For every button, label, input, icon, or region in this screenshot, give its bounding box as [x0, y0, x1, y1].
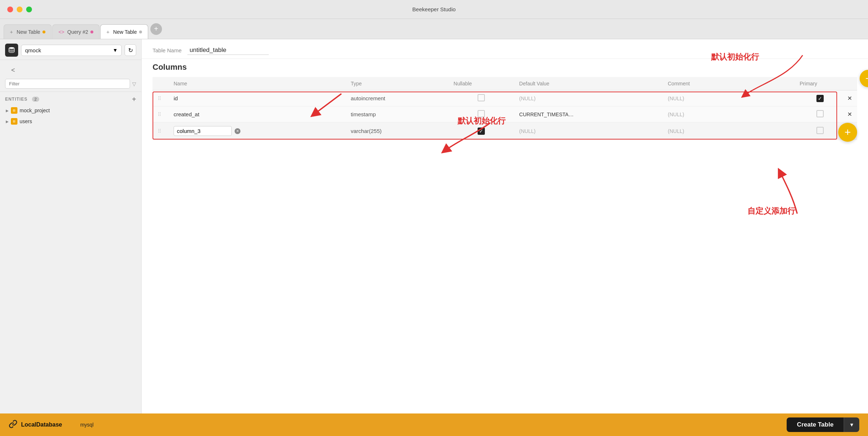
col-name-cell-3: ✕	[169, 122, 346, 140]
tab-plus-icon-1: +	[10, 29, 13, 35]
query-icon: <>	[58, 29, 64, 35]
tab-new-table-1[interactable]: + New Table	[4, 24, 52, 39]
drag-handle-2[interactable]: ⠿	[158, 112, 161, 117]
sidebar-item-users[interactable]: ▶ ⊞ users	[3, 116, 138, 127]
col-default-3: (NULL)	[519, 128, 536, 134]
th-default: Default Value	[514, 77, 663, 90]
tab-new-table-2[interactable]: + New Table	[100, 24, 148, 39]
col-type-3: varchar(255)	[351, 128, 382, 134]
col-nullable-cell-3: ✓	[449, 122, 514, 140]
db-selector[interactable]: qmock ▼	[21, 45, 122, 56]
col-delete-cell-1: ✕	[839, 90, 857, 106]
delete-row-1[interactable]: ✕	[847, 95, 852, 101]
th-primary: Primary	[737, 77, 839, 90]
add-tab-button[interactable]: +	[150, 23, 162, 35]
table-row: ⠿ id autoincrement	[153, 90, 857, 106]
table-row: ⠿ ✕ varchar(255)	[153, 122, 857, 140]
col-name-input-3[interactable]	[174, 126, 232, 136]
filter-input[interactable]	[5, 79, 130, 89]
drag-handle-1[interactable]: ⠿	[158, 96, 161, 101]
table-name-label: Table Name	[153, 47, 182, 53]
add-column-float-button[interactable]: +	[838, 123, 857, 142]
expand-arrow-users: ▶	[6, 120, 9, 124]
entities-header: ENTITIES 2 +	[0, 92, 141, 105]
drag-handle-cell-1: ⠿	[153, 90, 169, 106]
col-type-2: timestamp	[351, 111, 376, 117]
close-button[interactable]	[7, 7, 13, 12]
tab-label-2: Query #2	[67, 29, 88, 35]
col-comment-cell-1: (NULL)	[663, 90, 737, 106]
col-default-cell-3: (NULL)	[514, 122, 663, 140]
nullable-checkbox-1[interactable]	[478, 94, 485, 101]
col-name-1: id	[174, 95, 178, 101]
clear-name-3[interactable]: ✕	[235, 128, 240, 134]
th-drag	[153, 77, 169, 90]
col-delete-cell-2: ✕	[839, 106, 857, 122]
maximize-button[interactable]	[26, 7, 32, 12]
col-name-cell-2: created_at	[169, 106, 346, 122]
collapse-sidebar-button[interactable]: <	[7, 64, 19, 76]
app-title: Beekeeper Studio	[412, 6, 455, 12]
col-name-2: created_at	[174, 111, 199, 117]
primary-checkbox-3[interactable]	[816, 127, 824, 134]
primary-checkbox-1[interactable]: ✓	[816, 95, 824, 102]
db-type-bottom: mysql	[80, 422, 94, 428]
window-controls	[7, 7, 32, 12]
drag-handle-cell-2: ⠿	[153, 106, 169, 122]
drag-handle-3[interactable]: ⠿	[158, 128, 161, 134]
col-default-cell-2: CURRENT_TIMESTA…	[514, 106, 663, 122]
annotation-custom-add-text: 自定义添加行	[747, 206, 795, 217]
sidebar-header: qmock ▼ ↻	[0, 39, 141, 60]
arrow-svg-2	[754, 163, 812, 221]
filter-icon: ▽	[132, 81, 136, 87]
create-table-dropdown-button[interactable]: ▼	[844, 417, 859, 432]
tab-dot-1	[42, 31, 45, 33]
create-table-button[interactable]: Create Table	[787, 417, 844, 432]
col-nullable-cell-2	[449, 106, 514, 122]
refresh-button[interactable]: ↻	[125, 44, 136, 56]
tab-query-2[interactable]: <> Query #2	[52, 24, 100, 39]
tab-plus-icon-3: +	[106, 29, 110, 35]
sidebar-items: ▶ ⊞ mock_project ▶ ⊞ users	[0, 105, 141, 127]
col-type-1: autoincrement	[351, 95, 385, 101]
col-type-cell-2: timestamp	[346, 106, 449, 122]
th-comment: Comment	[663, 77, 737, 90]
nullable-checkbox-3[interactable]: ✓	[478, 128, 485, 135]
tab-dot-3	[139, 31, 142, 33]
col-comment-cell-3: (NULL)	[663, 122, 737, 140]
col-nullable-cell-1	[449, 90, 514, 106]
nullable-checkbox-2[interactable]	[478, 110, 485, 117]
db-name-bottom: LocalDatabase	[21, 421, 62, 428]
delete-row-2[interactable]: ✕	[847, 111, 852, 117]
table-name-input[interactable]	[187, 46, 269, 55]
bottombar-left: LocalDatabase mysql	[9, 420, 94, 430]
columns-section: Columns 默认初始化行	[142, 59, 868, 140]
th-nullable: Nullable	[449, 77, 514, 90]
table-row: ⠿ created_at timestamp	[153, 106, 857, 122]
minimize-button[interactable]	[17, 7, 23, 12]
bottombar: LocalDatabase mysql Create Table ▼	[0, 413, 868, 436]
col-comment-3: (NULL)	[668, 128, 684, 134]
tab-label-1: New Table	[17, 29, 40, 35]
add-entity-button[interactable]: +	[132, 96, 136, 103]
col-comment-1: (NULL)	[668, 96, 684, 101]
sidebar-item-mock-project[interactable]: ▶ ⊞ mock_project	[3, 105, 138, 116]
col-type-cell-1: autoincrement	[346, 90, 449, 106]
sidebar-item-label-users: users	[20, 118, 32, 124]
col-primary-cell-1: ✓	[737, 90, 839, 106]
tab-label-3: New Table	[113, 29, 137, 35]
columns-title: Columns	[153, 62, 857, 72]
tab-bar: + New Table <> Query #2 + New Table +	[0, 19, 868, 39]
table-icon-users: ⊞	[11, 118, 17, 125]
primary-checkbox-2[interactable]	[816, 110, 824, 117]
chevron-down-icon: ▼	[113, 47, 118, 53]
th-delete	[839, 77, 857, 90]
columns-table: Name Type Nullable Default Value Comment…	[153, 77, 857, 140]
entities-count: 2	[32, 97, 39, 102]
add-column-button[interactable]: +	[860, 70, 868, 87]
th-name: Name	[169, 77, 346, 90]
tab-dot-2	[90, 31, 93, 33]
sidebar-filter: ▽	[0, 76, 141, 92]
col-primary-cell-3	[737, 122, 839, 140]
drag-handle-cell-3: ⠿	[153, 122, 169, 140]
